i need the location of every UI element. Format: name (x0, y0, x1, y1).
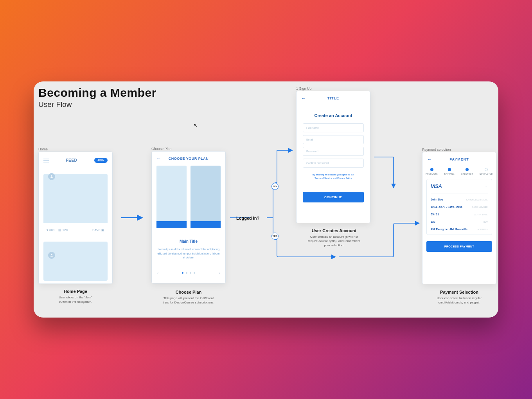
decision-logged-in: Logged in? (236, 216, 259, 220)
userflow-canvas: Becoming a Member User Flow ↖ Home (34, 81, 498, 318)
caption-title: Choose Plan (162, 290, 215, 294)
caption-plan: Choose Plan This page will present the 2… (162, 290, 215, 305)
canvas-title-block: Becoming a Member User Flow (38, 86, 156, 109)
canvas-subtitle: User Flow (38, 100, 156, 109)
caption-desc: This page will present the 2 different t… (162, 296, 215, 305)
cursor-icon: ↖ (194, 123, 198, 128)
avatar-icon (48, 173, 55, 180)
feed-card-1: ♥ 609 ▤ 120 SAVE ▣ (43, 174, 108, 237)
fullname-input[interactable]: Full Name (303, 123, 364, 132)
plan-option-1[interactable] (156, 166, 187, 228)
caption-home: Home Page User clicks on the "Join" butt… (54, 289, 97, 304)
plan-description: Lorem ipsum dolor sit amet, consectetur … (152, 244, 225, 264)
cardnumber-value[interactable]: 1234 - 5678 - 3459 - 2456 (431, 206, 462, 208)
feed-card-toolbar: ♥ 609 ▤ 120 SAVE ▣ (43, 223, 108, 237)
caption-desc: User creates an account (it will not req… (307, 235, 361, 248)
process-payment-button[interactable]: PROCESS PAYMENT (426, 241, 492, 252)
payment-title: PAYMENT (422, 157, 496, 161)
caption-title: Payment Selection (433, 290, 486, 294)
prev-arrow-icon[interactable]: ‹ (157, 271, 158, 275)
back-arrow-icon[interactable]: ← (427, 157, 432, 162)
svg-point-5 (51, 175, 52, 177)
caption-title: Home Page (54, 289, 97, 294)
step-checkout: CHECKOUT (461, 168, 473, 175)
back-arrow-icon[interactable]: ← (156, 156, 162, 161)
step-completed: COMPLETED (480, 168, 493, 175)
svg-point-6 (51, 254, 52, 255)
home-wireframe: FEED JOIN ♥ 609 ▤ 120 SAVE ▣ (38, 152, 113, 284)
comments-count: ▤ 120 (58, 228, 68, 232)
signup-wireframe: ← TITLE Create an Account Full Name Emai… (296, 91, 370, 223)
continue-button[interactable]: CONTINUE (303, 192, 364, 202)
home-top-bar: FEED JOIN (39, 152, 112, 169)
frame-label-payment: Payment selection (422, 148, 451, 152)
plan-options (152, 166, 225, 228)
caption-desc: User clicks on the "Join" button in the … (54, 295, 97, 304)
step-products: PRODUCTS (426, 168, 437, 175)
payment-steps: PRODUCTS SHIPPING CHECKOUT COMPLETED (422, 166, 496, 179)
decision-no: NO (271, 183, 279, 190)
payment-wireframe: ← PAYMENT PRODUCTS SHIPPING CHECKOUT COM… (422, 152, 496, 284)
save-button[interactable]: SAVE ▣ (92, 228, 104, 232)
privacy-link[interactable]: Privacy Policy (337, 177, 352, 179)
terms-link[interactable]: Terms of Service (315, 177, 332, 179)
step-shipping: SHIPPING (444, 168, 455, 175)
join-button[interactable]: JOIN (94, 158, 108, 163)
cardnumber-label: CARD NUMBER (472, 206, 488, 208)
avatar-icon (48, 252, 55, 259)
payment-card-form: VISA ⌄ John DoeCARDHOLDER NAME 1234 - 56… (426, 179, 492, 235)
chevron-down-icon: ⌄ (485, 184, 488, 188)
cardholder-value[interactable]: John Doe (431, 198, 443, 201)
visa-logo: VISA (431, 183, 442, 189)
caption-payment: Payment Selection User can select betwee… (433, 290, 486, 305)
back-arrow-icon[interactable]: ← (301, 96, 306, 101)
caption-desc: User can select between regular credit/d… (433, 296, 486, 305)
signup-heading: Create an Account (297, 113, 370, 118)
plan-main-title: Main Title (152, 239, 225, 244)
terms-text: By creating an account you agree to our … (297, 173, 370, 180)
caption-signup: User Creates Account User creates an acc… (307, 228, 361, 248)
expiry-label: EXPIRY DATE (474, 213, 488, 216)
decision-yes: YES (271, 233, 279, 240)
frame-label-signup: 1 Sign Up (296, 87, 312, 90)
confirm-password-input[interactable]: Confirm Password (303, 159, 364, 168)
plan-title: CHOOSE YOUR PLAN (156, 157, 221, 161)
feed-title: FEED (66, 158, 77, 162)
cvv-label: CVV (483, 221, 488, 223)
signup-top-title: TITLE (297, 96, 370, 100)
password-input[interactable]: Password (303, 147, 364, 156)
expiry-value[interactable]: 05 / 21 (431, 213, 439, 216)
likes-count: ♥ 609 (47, 228, 54, 232)
pager-dots (182, 272, 195, 274)
hamburger-icon[interactable] (43, 159, 49, 162)
card-type-selector[interactable]: VISA ⌄ (431, 183, 488, 193)
signup-top-bar: ← TITLE (297, 91, 370, 105)
address-label: ADDRESS (478, 228, 488, 231)
email-input[interactable]: Email (303, 135, 364, 144)
frame-label-plan: Choose Plan (151, 147, 172, 151)
address-value[interactable]: 497 Evergreen Rd. Roseville… (431, 228, 470, 231)
cvv-value[interactable]: 123 (431, 220, 435, 223)
next-arrow-icon[interactable]: › (219, 271, 220, 275)
payment-top-bar: ← PAYMENT (422, 152, 496, 166)
feed-card-2 (43, 242, 108, 281)
canvas-title: Becoming a Member (38, 86, 156, 99)
plan-wireframe: ← CHOOSE YOUR PLAN Main Title Lorem ipsu… (151, 151, 226, 283)
plan-top-bar: ← CHOOSE YOUR PLAN (152, 152, 225, 166)
cardholder-label: CARDHOLDER NAME (466, 199, 488, 201)
caption-title: User Creates Account (307, 228, 361, 233)
plan-pager: ‹ › (152, 264, 225, 278)
plan-option-2[interactable] (191, 166, 221, 228)
frame-label-home: Home (38, 147, 48, 151)
